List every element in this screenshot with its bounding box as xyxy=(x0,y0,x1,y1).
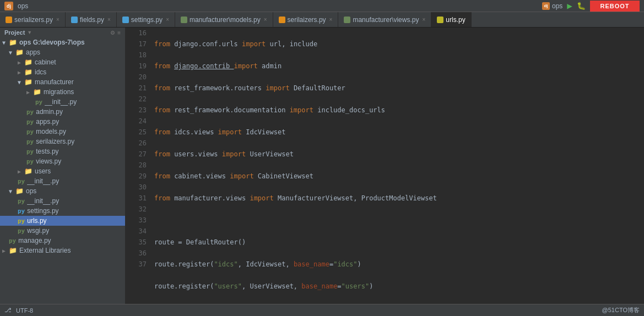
git-icon: ⎇ xyxy=(4,307,12,314)
ops-folder-label: ops xyxy=(26,187,36,195)
tab-manufacturer-models[interactable]: manufacturer\models.py × xyxy=(175,12,273,28)
sidebar-item-views[interactable]: py views.py xyxy=(0,156,125,166)
status-bar: ⎇ UTF-8 @51CTO博客 xyxy=(0,304,644,316)
code-line-22: from cabinet.views import CabinetViewset xyxy=(154,171,640,182)
project-label: Project xyxy=(4,29,25,36)
sidebar-item-manage[interactable]: py manage.py xyxy=(0,236,125,246)
init3-label: __init__.py xyxy=(27,197,59,205)
init1-label: __init__.py xyxy=(45,98,77,106)
init3-icon: py xyxy=(18,198,25,205)
sidebar-item-urls-active[interactable]: py urls.py xyxy=(0,216,125,226)
cabinet-folder-icon: 📁 xyxy=(24,58,33,66)
admin-label: admin.py xyxy=(36,108,63,116)
settings2-icon: py xyxy=(18,208,25,215)
ext-libs-label: External Libraries xyxy=(19,247,71,254)
tab-icon-mfg-views xyxy=(344,17,350,23)
project-dropdown-icon: ▼ xyxy=(27,30,32,35)
dj-icon: dj xyxy=(4,2,13,10)
tab-fields[interactable]: fields.py × xyxy=(66,12,117,28)
init2-label: __init__.py xyxy=(27,177,59,185)
sidebar-item-settings2[interactable]: py settings.py xyxy=(0,206,125,216)
sidebar-item-apps[interactable]: ▼ 📁 apps xyxy=(0,47,125,57)
sidebar-item-ext-libs[interactable]: ▶ 📁 External Libraries xyxy=(0,246,125,255)
sidebar-item-init2[interactable]: py __init__.py xyxy=(0,176,125,186)
status-right: @51CTO博客 xyxy=(602,306,640,314)
status-left: ⎇ UTF-8 xyxy=(4,307,33,314)
root-arrow-icon: ▼ xyxy=(2,40,9,46)
project-header[interactable]: Project ▼ ⚙ ≡ xyxy=(0,28,125,37)
run-config-label: ops xyxy=(552,2,562,10)
sidebar-item-init3[interactable]: py __init__.py xyxy=(0,196,125,206)
urls-icon: py xyxy=(18,217,25,225)
code-line-20: from idcs.views import IdcViewset xyxy=(154,127,640,138)
models-icon: py xyxy=(26,128,34,135)
sidebar-item-ops-folder[interactable]: ▼ 📁 ops xyxy=(0,186,125,196)
ext-libs-folder-icon: 📁 xyxy=(9,247,17,254)
sidebar-item-apps-py[interactable]: py apps.py xyxy=(0,117,125,127)
close-tab-mfg-views[interactable]: × xyxy=(422,17,425,23)
sidebar-item-serilaizers-py[interactable]: py serilaizers.py xyxy=(0,137,125,146)
close-tab-fields[interactable]: × xyxy=(107,17,111,23)
cabinet-label: cabinet xyxy=(35,58,56,66)
idcs-arrow-icon: ▶ xyxy=(18,69,24,75)
apps-arrow-icon: ▼ xyxy=(9,50,15,56)
status-encoding: UTF-8 xyxy=(16,307,33,314)
sidebar-item-tests[interactable]: py tests.py xyxy=(0,146,125,156)
tab-icon-fields xyxy=(71,17,78,23)
sidebar-toolbar-icons: ⚙ ≡ xyxy=(110,30,121,36)
sidebar-item-cabinet[interactable]: ▶ 📁 cabinet xyxy=(0,57,125,67)
code-line-21: from users.views import UserViewset xyxy=(154,149,640,160)
close-tab-settings[interactable]: × xyxy=(166,17,169,23)
code-line-18: from rest_framework.routers import Defau… xyxy=(154,83,640,94)
code-line-27: route.register("users", UserViewset, bas… xyxy=(154,281,640,292)
run-config: dj ops xyxy=(542,2,562,10)
mfg-arrow-icon: ▼ xyxy=(18,79,24,85)
cabinet-arrow-icon: ▶ xyxy=(18,59,24,66)
migrations-folder-icon: 📁 xyxy=(33,88,41,96)
tab-serilaizers[interactable]: serilaizers.py × xyxy=(273,12,339,28)
title-bar: dj ops dj ops ▶ 🐛 REBOOT xyxy=(0,0,644,12)
code-content[interactable]: from django.conf.urls import url, includ… xyxy=(150,28,644,304)
sidebar-item-wsgi[interactable]: py wsgi.py xyxy=(0,226,125,236)
apps-py-icon: py xyxy=(26,118,34,126)
debug-button[interactable]: 🐛 xyxy=(577,2,586,10)
serilaizers-py-label: serilaizers.py xyxy=(36,138,74,145)
tab-icon-settings xyxy=(122,17,129,23)
title-ops-label: ops xyxy=(18,2,28,10)
tab-icon-serializers xyxy=(6,17,12,23)
tab-mfg-views[interactable]: manufacturer\views.py × xyxy=(338,12,431,28)
models-label: models.py xyxy=(36,128,66,135)
run-button[interactable]: ▶ xyxy=(567,1,572,11)
tab-serializers[interactable]: serializers.py × xyxy=(0,12,66,28)
idcs-folder-icon: 📁 xyxy=(24,68,33,76)
sidebar-item-init1[interactable]: py __init__.py xyxy=(0,97,125,107)
apps-folder-icon: 📁 xyxy=(15,48,24,56)
root-folder[interactable]: ▼ 📁 ops G:\devops-7\ops xyxy=(0,37,125,47)
sidebar-item-models[interactable]: py models.py xyxy=(0,127,125,137)
users-folder-icon: 📁 xyxy=(24,167,33,175)
ops-folder-icon2: 📁 xyxy=(15,187,24,195)
close-tab-mfg-models[interactable]: × xyxy=(264,17,267,23)
code-editor[interactable]: 16 17 18 19 20 21 22 23 24 25 26 27 28 2… xyxy=(126,28,644,304)
close-tab-serializers[interactable]: × xyxy=(56,17,59,23)
migrations-arrow-icon: ▶ xyxy=(26,89,33,95)
code-line-24 xyxy=(154,215,640,226)
manufacturer-label: manufacturer xyxy=(35,78,74,86)
idcs-label: idcs xyxy=(35,68,46,76)
sidebar-item-migrations[interactable]: ▶ 📁 migrations xyxy=(0,87,125,97)
root-folder-label: ops G:\devops-7\ops xyxy=(19,39,85,46)
close-tab-serilaizers[interactable]: × xyxy=(329,17,333,23)
sidebar-item-users[interactable]: ▶ 📁 users xyxy=(0,166,125,176)
users-label: users xyxy=(35,167,51,175)
sidebar: Project ▼ ⚙ ≡ ▼ 📁 ops G:\devops-7\ops ▼ … xyxy=(0,28,126,304)
wsgi-icon: py xyxy=(18,227,25,235)
views-icon: py xyxy=(26,158,34,165)
tab-urls[interactable]: urls.py xyxy=(431,12,471,28)
watermark-box: REBOOT xyxy=(590,1,640,12)
init1-file-icon: py xyxy=(35,99,42,106)
tab-settings[interactable]: settings.py × xyxy=(117,12,175,28)
sidebar-item-idcs[interactable]: ▶ 📁 idcs xyxy=(0,67,125,77)
code-line-25: route = DefaultRouter() xyxy=(154,237,640,248)
sidebar-item-manufacturer[interactable]: ▼ 📁 manufacturer xyxy=(0,77,125,87)
sidebar-item-admin[interactable]: py admin.py xyxy=(0,107,125,117)
